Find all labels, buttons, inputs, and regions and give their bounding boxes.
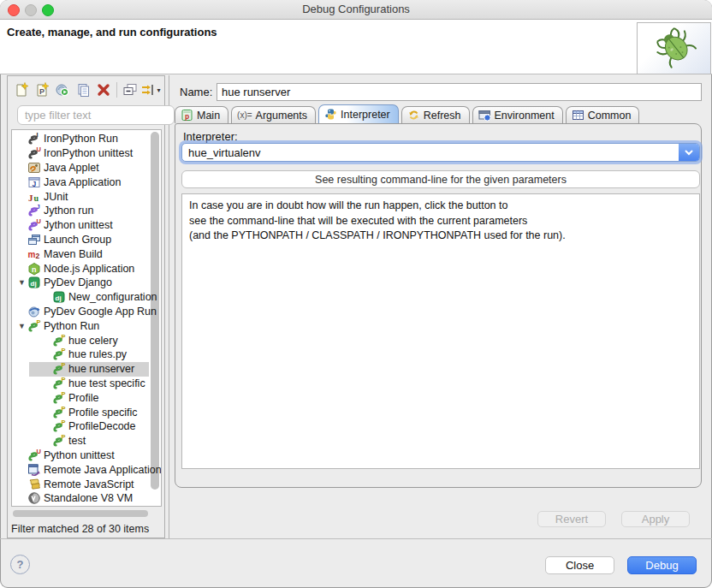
tree-item[interactable]: UIronPython unittest	[12, 146, 161, 161]
pydev-gae-icon	[27, 305, 42, 318]
python-config-icon: P	[52, 377, 67, 390]
tree-item[interactable]: IIronPython Run	[12, 132, 161, 146]
tab-environment-icon	[478, 109, 491, 122]
duplicate-configuration-button[interactable]	[73, 80, 93, 99]
tree-item[interactable]: djNew_configuration	[12, 290, 161, 305]
command-line-info-text: In case you are in doubt how will the ru…	[181, 193, 700, 469]
svg-text:p: p	[185, 112, 189, 121]
tree-item[interactable]: JJava Application	[12, 175, 161, 189]
django-config-icon: dj	[52, 290, 67, 304]
filter-configurations-button[interactable]: ▾	[140, 80, 161, 99]
tree-horizontal-scrollbar[interactable]	[13, 510, 148, 517]
tree-item-label: Remote JavaScript	[44, 478, 134, 490]
python-config-icon: P	[52, 391, 67, 405]
dropdown-arrow-icon[interactable]: ▾	[157, 86, 160, 94]
tab-environment[interactable]: Environment	[472, 106, 563, 123]
tree-item[interactable]: Ptest	[12, 434, 161, 448]
python-config-icon: P	[52, 334, 67, 347]
tree-item[interactable]: JJython run	[12, 204, 161, 218]
tree-item[interactable]: ▼ PPython Run	[12, 318, 161, 333]
jython-unittest-icon: U	[27, 218, 42, 232]
tab-common[interactable]: Common	[566, 106, 640, 123]
tree-item[interactable]: m2Maven Build	[12, 246, 161, 261]
svg-text:2: 2	[36, 251, 40, 259]
v8-icon	[27, 491, 42, 505]
tab-label: Refresh	[424, 110, 461, 122]
tree-item[interactable]: Standalone V8 VM	[12, 491, 161, 506]
svg-text:J: J	[37, 204, 40, 211]
debug-configurations-dialog: Debug Configurations Create, manage, and…	[0, 0, 712, 588]
revert-button[interactable]: Revert	[537, 511, 606, 527]
tree-item[interactable]: PProfile	[12, 390, 161, 405]
see-command-line-button[interactable]: See resulting command-line for the given…	[181, 170, 700, 188]
remote-js-icon	[27, 478, 42, 491]
tree-item-label: Jython run	[44, 205, 93, 217]
tree-item[interactable]: PProfileDecode	[12, 419, 161, 434]
tab-arguments[interactable]: (x)=Arguments	[231, 106, 316, 123]
remote-java-icon	[27, 463, 42, 477]
tab-label: Environment	[495, 110, 555, 122]
collapse-all-button[interactable]	[120, 80, 140, 99]
tree-item[interactable]: Remote JavaScript	[12, 477, 161, 491]
tree-item-label: Standalone V8 VM	[44, 492, 133, 504]
config-tab-bar: pMain(x)=ArgumentsInterpreterRefreshEnvi…	[175, 104, 642, 123]
tab-common-icon	[572, 109, 584, 122]
tree-item[interactable]: Java Applet	[12, 161, 161, 175]
debug-bug-icon	[637, 22, 711, 74]
tree-item[interactable]: Phue runserver	[12, 362, 161, 377]
svg-text:P: P	[62, 406, 66, 413]
expand-arrow-icon[interactable]: ▼	[16, 322, 27, 330]
tree-item[interactable]: JuJUnit	[12, 189, 161, 204]
svg-text:m: m	[28, 250, 36, 259]
tree-item-label: ProfileDecode	[68, 420, 136, 432]
window-title: Debug Configurations	[0, 3, 712, 15]
svg-text:P: P	[37, 319, 41, 326]
apply-button[interactable]: Apply	[621, 511, 690, 527]
tree-item[interactable]: UJython unittest	[12, 218, 161, 233]
interpreter-combo[interactable]	[181, 143, 700, 162]
tab-main[interactable]: pMain	[175, 106, 228, 123]
panel-sash[interactable]	[169, 75, 169, 538]
tree-item[interactable]: UPython unittest	[12, 448, 161, 463]
tab-args-icon: (x)=	[237, 110, 252, 120]
interpreter-combo-input[interactable]	[183, 145, 681, 160]
close-button[interactable]: Close	[545, 556, 614, 574]
chevron-down-icon[interactable]	[679, 144, 699, 161]
tree-item-label: hue rules.py	[68, 348, 127, 360]
ironpython-run-icon: I	[27, 132, 42, 146]
debug-button[interactable]: Debug	[627, 556, 697, 574]
export-configurations-button[interactable]	[52, 80, 73, 99]
tree-item[interactable]: Phue rules.py	[12, 347, 161, 362]
tab-refresh[interactable]: Refresh	[401, 106, 470, 123]
python-run-icon: P	[27, 319, 42, 333]
new-prototype-button[interactable]: P	[32, 80, 52, 99]
tree-item-label: New_configuration	[68, 291, 157, 303]
tab-label: Arguments	[256, 110, 307, 122]
python-config-icon: P	[52, 434, 67, 448]
expand-arrow-icon[interactable]: ▼	[16, 278, 27, 287]
tree-item-label: Profile	[68, 392, 98, 404]
delete-configuration-button[interactable]	[93, 80, 114, 99]
filter-input[interactable]	[17, 105, 175, 125]
bottom-separator	[0, 538, 712, 539]
tree-item[interactable]: PProfile specific	[12, 405, 161, 419]
tree-item[interactable]: Phue test specific	[12, 377, 161, 391]
tree-item[interactable]: Launch Group	[12, 233, 161, 247]
tree-item-label: IronPython Run	[44, 133, 118, 145]
launch-group-icon	[27, 233, 42, 246]
name-input[interactable]	[217, 83, 702, 101]
help-button[interactable]: ?	[10, 555, 30, 574]
tab-interpreter[interactable]: Interpreter	[318, 104, 399, 123]
tree-item[interactable]: nNode.js Application	[12, 261, 161, 276]
configurations-tree: IIronPython Run UIronPython unittestJava…	[11, 129, 162, 507]
name-label: Name:	[180, 86, 212, 98]
tree-item-label: PyDev Django	[44, 276, 112, 288]
tree-item[interactable]: ▼djPyDev Django	[12, 276, 161, 290]
tree-item[interactable]: Phue celery	[12, 333, 161, 347]
header-banner: Create, manage, and run configurations	[0, 20, 712, 74]
nodejs-icon: n	[27, 262, 42, 276]
new-configuration-button[interactable]	[11, 80, 32, 99]
svg-text:P: P	[62, 377, 66, 383]
tree-item[interactable]: PyDev Google App Run	[12, 305, 161, 319]
tree-item[interactable]: Remote Java Application	[12, 462, 161, 477]
